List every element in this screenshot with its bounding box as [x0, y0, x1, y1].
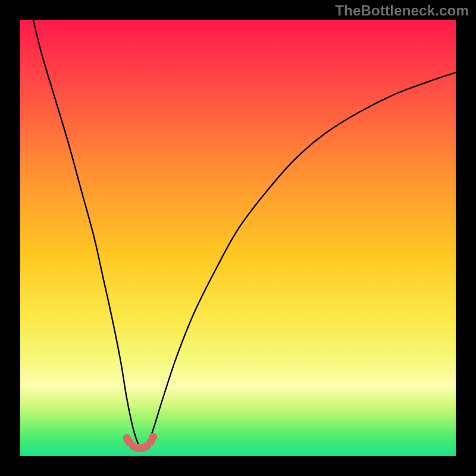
bottleneck-marker-cluster — [123, 433, 157, 452]
bottleneck-marker-point — [149, 433, 157, 441]
chart-frame: TheBottleneck.com — [0, 0, 476, 476]
bottleneck-curve — [33, 20, 456, 449]
plot-area — [20, 20, 456, 456]
curve-svg — [20, 20, 456, 456]
watermark-text: TheBottleneck.com — [335, 2, 469, 19]
